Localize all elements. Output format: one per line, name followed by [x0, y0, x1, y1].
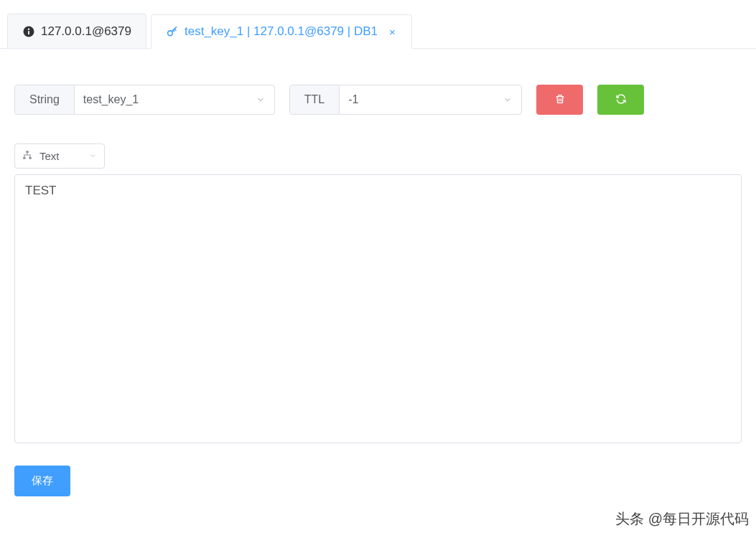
chevron-down-icon — [88, 150, 97, 162]
refresh-icon — [615, 93, 627, 107]
view-mode-label: Text — [39, 150, 60, 162]
ttl-label: TTL — [290, 85, 340, 114]
info-icon — [22, 25, 35, 38]
svg-rect-4 — [26, 151, 29, 153]
key-name-input[interactable] — [75, 85, 247, 114]
key-type-label: String — [15, 85, 75, 114]
svg-point-1 — [28, 28, 29, 29]
save-button[interactable]: 保存 — [14, 466, 70, 496]
chevron-down-icon[interactable] — [247, 85, 274, 114]
tab-connection[interactable]: 127.0.0.1@6379 — [7, 14, 146, 48]
svg-rect-5 — [23, 157, 26, 159]
tab-label: 127.0.0.1@6379 — [41, 24, 131, 39]
key-icon — [166, 25, 179, 38]
refresh-button[interactable] — [597, 85, 644, 115]
svg-rect-2 — [28, 30, 29, 34]
delete-button[interactable] — [536, 85, 583, 115]
tab-label: test_key_1 | 127.0.0.1@6379 | DB1 — [185, 24, 378, 39]
watermark-text: 头条 @每日开源代码 — [615, 509, 749, 529]
key-name-group: String — [14, 85, 275, 115]
ttl-group: TTL — [289, 85, 522, 115]
close-icon[interactable]: × — [388, 26, 397, 38]
tab-bar: 127.0.0.1@6379 test_key_1 | 127.0.0.1@63… — [0, 0, 756, 49]
tab-key[interactable]: test_key_1 | 127.0.0.1@6379 | DB1 × — [151, 14, 412, 49]
trash-icon — [554, 93, 566, 107]
tree-icon — [22, 150, 32, 162]
chevron-down-icon[interactable] — [494, 85, 521, 114]
svg-point-3 — [168, 31, 173, 36]
value-textarea[interactable] — [14, 174, 742, 443]
svg-rect-6 — [29, 157, 32, 159]
ttl-input[interactable] — [340, 85, 494, 114]
view-mode-selector[interactable]: Text — [14, 143, 105, 169]
